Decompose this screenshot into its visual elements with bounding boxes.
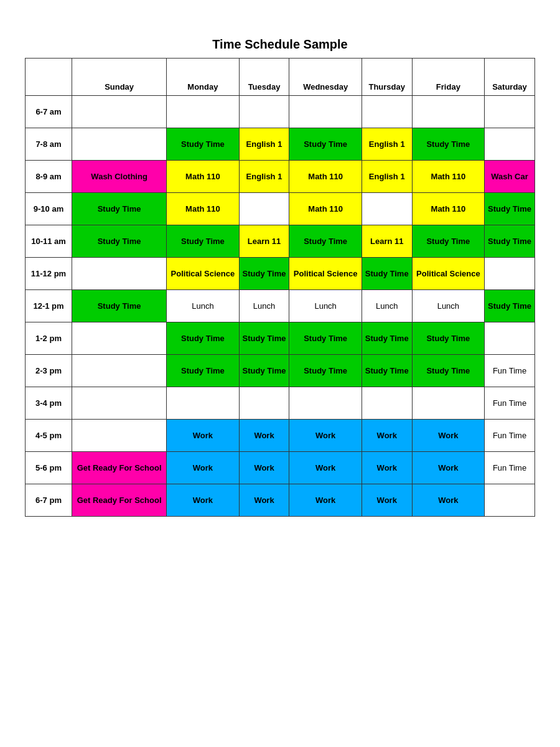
schedule-cell <box>289 387 362 420</box>
schedule-cell: Study Time <box>362 322 412 355</box>
table-row: 9-10 amStudy TimeMath 110Math 110Math 11… <box>26 193 535 225</box>
schedule-cell <box>239 96 289 128</box>
schedule-cell <box>72 387 167 420</box>
schedule-cell: Study Time <box>485 225 535 258</box>
schedule-cell: Study Time <box>239 322 289 355</box>
schedule-cell: Fun Time <box>485 452 535 484</box>
table-row: 11-12 pmPolitical ScienceStudy TimePolit… <box>26 258 535 290</box>
schedule-cell: Work <box>362 484 412 517</box>
schedule-cell <box>167 96 239 128</box>
schedule-cell: Work <box>289 452 362 484</box>
table-row: 3-4 pmFun Time <box>26 387 535 420</box>
header-row: SundayMondayTuesdayWednesdayThursdayFrid… <box>26 59 535 96</box>
day-header-friday: Friday <box>412 59 484 96</box>
schedule-body: 6-7 am7-8 amStudy TimeEnglish 1Study Tim… <box>26 96 535 517</box>
time-label: 3-4 pm <box>26 387 72 420</box>
schedule-cell: Work <box>239 452 289 484</box>
schedule-title: Time Schedule Sample <box>25 37 535 52</box>
schedule-cell: Study Time <box>362 355 412 387</box>
day-header-wednesday: Wednesday <box>289 59 362 96</box>
schedule-table: SundayMondayTuesdayWednesdayThursdayFrid… <box>25 58 535 517</box>
schedule-cell: Math 110 <box>412 161 484 193</box>
schedule-cell: Work <box>412 420 484 452</box>
schedule-cell: Study Time <box>72 225 167 258</box>
time-label: 5-6 pm <box>26 452 72 484</box>
schedule-cell: Lunch <box>412 290 484 322</box>
schedule-cell <box>239 387 289 420</box>
day-header-saturday: Saturday <box>485 59 535 96</box>
table-row: 5-6 pmGet Ready For SchoolWorkWorkWorkWo… <box>26 452 535 484</box>
schedule-cell: Study Time <box>167 225 239 258</box>
schedule-cell: Study Time <box>239 355 289 387</box>
schedule-cell <box>72 420 167 452</box>
time-label: 10-11 am <box>26 225 72 258</box>
schedule-cell <box>72 258 167 290</box>
schedule-cell: Math 110 <box>412 193 484 225</box>
day-header-thursday: Thursday <box>362 59 412 96</box>
schedule-cell: Math 110 <box>167 161 239 193</box>
schedule-cell: Math 110 <box>289 161 362 193</box>
schedule-cell <box>485 128 535 161</box>
schedule-cell: English 1 <box>239 161 289 193</box>
schedule-cell: Study Time <box>167 355 239 387</box>
schedule-cell: Study Time <box>72 290 167 322</box>
table-row: 2-3 pmStudy TimeStudy TimeStudy TimeStud… <box>26 355 535 387</box>
schedule-cell <box>362 387 412 420</box>
schedule-cell: Study Time <box>289 355 362 387</box>
schedule-cell: Learn 11 <box>362 225 412 258</box>
schedule-cell: Study Time <box>289 225 362 258</box>
time-label: 11-12 pm <box>26 258 72 290</box>
schedule-cell: Math 110 <box>167 193 239 225</box>
schedule-cell <box>239 193 289 225</box>
schedule-cell: Study Time <box>72 193 167 225</box>
schedule-cell <box>485 258 535 290</box>
schedule-cell <box>167 387 239 420</box>
schedule-cell <box>72 355 167 387</box>
schedule-cell: Study Time <box>485 290 535 322</box>
time-label: 7-8 am <box>26 128 72 161</box>
schedule-cell: Political Science <box>412 258 484 290</box>
schedule-cell: Work <box>362 420 412 452</box>
table-row: 6-7 pmGet Ready For SchoolWorkWorkWorkWo… <box>26 484 535 517</box>
schedule-cell: Work <box>289 484 362 517</box>
schedule-cell <box>362 96 412 128</box>
schedule-cell <box>485 322 535 355</box>
schedule-cell: Study Time <box>289 322 362 355</box>
schedule-cell: Political Science <box>167 258 239 290</box>
schedule-cell: Study Time <box>412 355 484 387</box>
schedule-cell: Study Time <box>167 322 239 355</box>
day-header-tuesday: Tuesday <box>239 59 289 96</box>
schedule-cell: Study Time <box>289 128 362 161</box>
schedule-cell <box>485 484 535 517</box>
schedule-cell: Wash Clothing <box>72 161 167 193</box>
schedule-cell: Work <box>412 484 484 517</box>
schedule-cell: Study Time <box>412 322 484 355</box>
day-header-monday: Monday <box>167 59 239 96</box>
time-label: 12-1 pm <box>26 290 72 322</box>
time-label: 1-2 pm <box>26 322 72 355</box>
time-label: 4-5 pm <box>26 420 72 452</box>
time-label: 6-7 am <box>26 96 72 128</box>
time-header <box>26 59 72 96</box>
schedule-wrapper: Time Schedule Sample SundayMondayTuesday… <box>25 37 535 517</box>
schedule-cell: Lunch <box>362 290 412 322</box>
schedule-cell: English 1 <box>362 161 412 193</box>
time-label: 8-9 am <box>26 161 72 193</box>
schedule-cell <box>362 193 412 225</box>
schedule-cell: Work <box>362 452 412 484</box>
schedule-cell: Work <box>167 484 239 517</box>
schedule-cell: Study Time <box>412 225 484 258</box>
schedule-cell: Get Ready For School <box>72 484 167 517</box>
schedule-cell: Wash Car <box>485 161 535 193</box>
table-row: 7-8 amStudy TimeEnglish 1Study TimeEngli… <box>26 128 535 161</box>
schedule-cell <box>72 128 167 161</box>
schedule-cell: Study Time <box>485 193 535 225</box>
schedule-cell <box>72 96 167 128</box>
schedule-cell: Work <box>239 420 289 452</box>
table-row: 12-1 pmStudy TimeLunchLunchLunchLunchLun… <box>26 290 535 322</box>
schedule-cell <box>485 96 535 128</box>
table-row: 10-11 amStudy TimeStudy TimeLearn 11Stud… <box>26 225 535 258</box>
schedule-cell: Learn 11 <box>239 225 289 258</box>
schedule-cell <box>412 387 484 420</box>
table-row: 1-2 pmStudy TimeStudy TimeStudy TimeStud… <box>26 322 535 355</box>
